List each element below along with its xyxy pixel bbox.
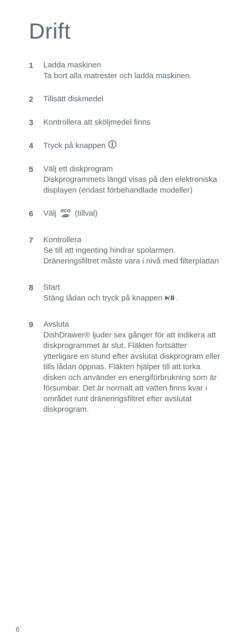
- step-body: DishDrawer® ljuder sex gånger för att in…: [43, 330, 220, 414]
- play-pause-icon: [165, 293, 176, 302]
- step-9: 9 Avsluta DishDrawer® ljuder sex gånger …: [29, 319, 223, 415]
- svg-rect-1: [112, 142, 113, 147]
- step-heading: Tillsätt diskmedel: [43, 94, 103, 103]
- eco-icon: eco: [60, 208, 71, 218]
- step-heading: Kontrollera: [43, 235, 81, 244]
- step-body-prefix: Stäng lådan och tryck på knappen: [43, 293, 162, 302]
- step-heading: Avsluta: [43, 320, 69, 328]
- step-number: 3: [29, 117, 33, 128]
- step-number: 4: [29, 140, 33, 151]
- step-7: 7 Kontrollera Se till att ingenting hind…: [29, 234, 223, 266]
- step-2: 2 Tillsätt diskmedel: [29, 93, 223, 104]
- page-title: Drift: [29, 18, 223, 44]
- step-1: 1 Ladda maskinen Ta bort alla matrester …: [29, 60, 223, 81]
- step-heading: Välj ett diskprogram: [43, 164, 113, 173]
- step-5: 5 Välj ett diskprogram Diskprogrammets l…: [29, 163, 223, 196]
- step-number: 2: [29, 94, 33, 105]
- step-number: 8: [29, 282, 33, 293]
- step-number: 6: [29, 208, 33, 219]
- step-body: Se till att ingenting hindrar spolarmen.…: [43, 246, 219, 265]
- step-8: 8 Start Stäng lådan och tryck på knappen…: [29, 282, 223, 303]
- step-body-suffix: .: [176, 293, 178, 302]
- power-icon: [108, 141, 117, 150]
- step-number: 5: [29, 164, 33, 175]
- step-tillval: (tillval): [75, 208, 98, 219]
- step-number: 7: [29, 235, 33, 246]
- step-3: 3 Kontrollera att sköljmedel finns: [29, 117, 223, 128]
- step-heading: Start: [43, 283, 60, 291]
- svg-rect-5: [173, 295, 174, 300]
- step-heading: Välj: [43, 208, 56, 219]
- step-6: 6 Välj eco (tillval): [29, 208, 223, 219]
- step-heading: Tryck på knappen: [43, 141, 106, 150]
- eco-label: eco: [61, 208, 71, 213]
- svg-rect-4: [171, 295, 172, 300]
- step-4: 4 Tryck på knappen: [29, 140, 223, 151]
- step-heading: Kontrollera att sköljmedel finns: [43, 118, 151, 126]
- step-number: 9: [29, 319, 33, 330]
- step-number: 1: [29, 60, 33, 71]
- page-number: 6: [16, 625, 19, 634]
- step-body: Diskprogrammets längd visas på den elekt…: [43, 175, 217, 194]
- page: Drift 1 Ladda maskinen Ta bort alla matr…: [0, 0, 252, 644]
- step-body: Ta bort alla matrester och ladda maskine…: [43, 71, 192, 80]
- step-heading: Ladda maskinen: [43, 60, 101, 69]
